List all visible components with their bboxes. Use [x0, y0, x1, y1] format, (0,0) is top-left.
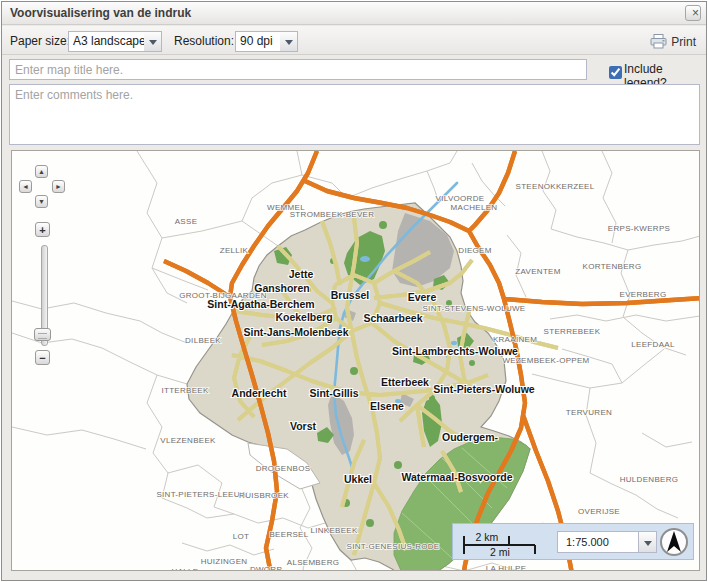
- municipality-label: ERPS-KWERPS: [608, 224, 670, 233]
- print-button-label: Print: [671, 35, 696, 49]
- include-legend-checkbox[interactable]: [609, 66, 622, 79]
- region-municipality-label: Anderlecht: [232, 387, 287, 399]
- municipality-label: LA HULPE: [486, 564, 527, 571]
- municipality-label: BEERSEL: [269, 530, 308, 539]
- region-municipality-label: Etterbeek: [381, 376, 429, 388]
- municipality-label: VLEZENBEEK: [160, 436, 216, 445]
- arrow-up-icon: ▲: [38, 168, 45, 175]
- arrow-right-icon: ►: [55, 183, 62, 190]
- resolution-combobox[interactable]: 90 dpi: [235, 31, 281, 52]
- municipality-label: KORTENBERG: [583, 262, 642, 271]
- region-municipality-label: Elsene: [370, 400, 404, 412]
- municipality-label: STEENOKKERZEEL: [516, 182, 595, 191]
- municipality-label: SINT-PIETERS-LEEUW: [156, 490, 247, 499]
- zoom-out-button[interactable]: −: [35, 350, 50, 365]
- municipality-label: LOT: [233, 532, 249, 541]
- municipality-label: ZAVENTEM: [515, 267, 560, 276]
- municipality-label: TERVUREN: [566, 408, 612, 417]
- municipality-label: STERREBEEK: [544, 327, 601, 336]
- pan-right-button[interactable]: ►: [52, 180, 65, 193]
- municipality-label: LINKEBEEK: [310, 526, 358, 535]
- scale-combobox[interactable]: 1:75.000: [557, 531, 639, 553]
- region-municipality-label: Sint-Jans-Molenbeek: [243, 326, 348, 338]
- arrow-left-icon: ◄: [22, 183, 29, 190]
- municipality-label: ASSE: [175, 217, 198, 226]
- region-municipality-label: Sint-Lambrechts-Woluwe: [392, 345, 518, 357]
- municipality-label: ALSEMBERG: [287, 558, 340, 567]
- municipality-label: GROOT-BIJGAARDEN: [179, 291, 266, 300]
- zoom-slider-handle[interactable]: [34, 328, 51, 341]
- municipality-label: ZELLIK: [220, 246, 249, 255]
- municipality-label: LEEFDAAL: [631, 340, 675, 349]
- comments-textarea[interactable]: [9, 84, 700, 145]
- zoom-in-button[interactable]: +: [35, 222, 50, 237]
- municipality-label: DROGENBOS: [256, 464, 311, 473]
- map-viewport: JetteGanshorenBrusselSint-Agatha-Berchem…: [11, 150, 700, 571]
- municipality-label: HULDENBERG: [620, 475, 679, 484]
- municipality-label: STROMBEEK-BEVER: [290, 210, 375, 219]
- print-button[interactable]: Print: [648, 31, 698, 52]
- region-municipality-label: Vorst: [290, 420, 317, 432]
- plus-icon: +: [39, 224, 45, 236]
- scale-bar: 2 km 2 mi: [457, 526, 555, 559]
- scale-mi-label: 2 mi: [490, 546, 510, 558]
- resolution-label: Resolution:: [174, 34, 234, 48]
- region-municipality-label: Sint-Pieters-Woluwe: [433, 383, 534, 395]
- municipality-label: DIEGEM: [458, 246, 491, 255]
- region-municipality-label: Ukkel: [344, 473, 372, 485]
- pan-down-button[interactable]: ▼: [35, 195, 48, 208]
- municipality-label: VILVOORDE: [436, 194, 485, 203]
- scale-dropdown-trigger-icon[interactable]: [639, 531, 657, 553]
- resolution-dropdown-trigger-icon[interactable]: [280, 31, 298, 52]
- municipality-label: MACHELEN: [451, 203, 498, 212]
- municipality-label: DILBEEK: [185, 336, 221, 345]
- municipality-label: OVERIJSE: [578, 507, 620, 516]
- north-arrow-icon: [660, 528, 688, 556]
- paper-size-combobox[interactable]: A3 landscape: [68, 31, 145, 52]
- municipality-label: EVERBERG: [620, 290, 667, 299]
- municipality-label: SINT-GENESIUS-RODE: [347, 542, 440, 551]
- pan-left-button[interactable]: ◄: [19, 180, 32, 193]
- scale-km-label: 2 km: [476, 531, 499, 543]
- print-preview-window: Voorvisualisering van de indruk × Paper …: [1, 1, 707, 581]
- title-bar: Voorvisualisering van de indruk ×: [2, 2, 706, 25]
- region-municipality-label: Koekelberg: [275, 311, 332, 323]
- region-municipality-label: Oudergem-: [442, 431, 499, 443]
- map-title-input[interactable]: [9, 59, 587, 80]
- municipality-label: KRAAINEM: [493, 335, 537, 344]
- minus-icon: −: [39, 352, 45, 364]
- municipality-label: ITTERBEEK: [161, 386, 209, 395]
- close-icon[interactable]: ×: [685, 5, 701, 21]
- municipality-label: WEZEMBEEK-OPPEM: [502, 356, 589, 365]
- paper-size-label: Paper size:: [10, 34, 70, 48]
- region-municipality-label: Evere: [408, 291, 437, 303]
- municipality-label: HUIZINGEN: [201, 557, 248, 566]
- scale-panel: 2 km 2 mi 1:75.000: [452, 523, 694, 560]
- paper-size-dropdown-trigger-icon[interactable]: [144, 31, 162, 52]
- region-municipality-label: Watermaal-Bosvoorde: [401, 471, 512, 483]
- municipality-label: DWORP: [250, 565, 282, 571]
- toolbar: Paper size: A3 landscape Resolution: 90 …: [2, 26, 706, 55]
- pan-up-button[interactable]: ▲: [35, 165, 48, 178]
- municipality-label: RUISBROEK: [239, 491, 289, 500]
- region-municipality-label: Jette: [289, 268, 314, 280]
- municipality-label: HALLE: [172, 567, 199, 571]
- map-canvas[interactable]: JetteGanshorenBrusselSint-Agatha-Berchem…: [12, 151, 700, 571]
- window-title: Voorvisualisering van de indruk: [10, 6, 191, 20]
- region-municipality-label: Schaarbeek: [364, 312, 423, 324]
- region-municipality-label: Brussel: [331, 289, 370, 301]
- printer-icon: [650, 34, 667, 49]
- arrow-down-icon: ▼: [38, 198, 45, 205]
- region-municipality-label: Sint-Gillis: [309, 387, 358, 399]
- municipality-label: SINT-STEVENS-WOLUWE: [422, 304, 525, 313]
